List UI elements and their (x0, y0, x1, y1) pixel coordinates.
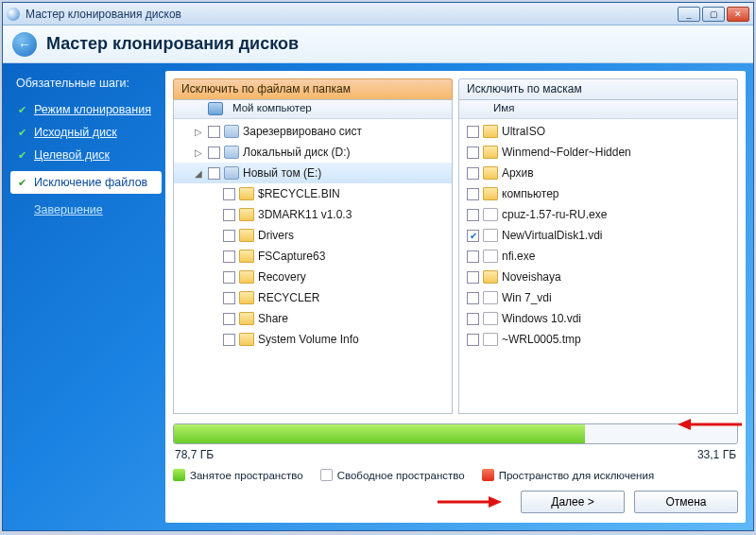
list-item[interactable]: nfi.exe (459, 246, 737, 267)
checkbox[interactable] (467, 126, 479, 138)
titlebar[interactable]: Мастер клонирования дисков _ ▢ ✕ (3, 3, 753, 26)
checkbox[interactable] (467, 147, 479, 159)
close-button[interactable]: ✕ (727, 7, 749, 22)
checkbox[interactable] (223, 271, 235, 284)
wizard-step-1[interactable]: ✔Исходный диск (16, 126, 156, 139)
main-panel: Исключить по файлам и папкам Мой компьют… (165, 71, 746, 523)
checkbox[interactable] (467, 292, 479, 304)
list-item[interactable]: Win 7_vdi (459, 287, 737, 308)
legend-excluded-swatch (482, 469, 494, 481)
disk-usage-bar (173, 423, 738, 444)
folder-icon (239, 250, 254, 263)
wizard-header: ← Мастер клонирования дисков (3, 26, 753, 63)
checkmark-icon: ✔ (16, 127, 28, 139)
list-item[interactable]: ✔NewVirtualDisk1.vdi (459, 225, 737, 246)
tree-item-label: Share (258, 312, 288, 325)
tree-panel[interactable]: Мой компьютер ▷Зарезервировано сист▷Лока… (173, 99, 453, 414)
list-item[interactable]: UltraISO (459, 121, 737, 142)
list-item[interactable]: ~WRL0005.tmp (459, 329, 737, 350)
tree-row[interactable]: Recovery (174, 267, 452, 287)
file-label: Noveishaya (502, 270, 561, 284)
wizard-step-0[interactable]: ✔Режим клонирования (16, 103, 156, 116)
checkbox[interactable] (223, 230, 235, 242)
checkbox[interactable] (208, 147, 220, 159)
tree-row[interactable]: 3DMARK11 v1.0.3 (174, 204, 452, 225)
tree-row[interactable]: ▷Локальный диск (D:) (174, 142, 452, 163)
checkbox[interactable] (467, 167, 479, 180)
list-item[interactable]: Архив (459, 163, 737, 183)
checkbox[interactable]: ✔ (467, 230, 479, 242)
wizard-step-3[interactable]: ✔Исключение файлов (10, 171, 162, 194)
checkbox[interactable] (223, 292, 235, 304)
checkbox[interactable] (223, 334, 235, 346)
checkbox[interactable] (467, 313, 479, 325)
file-label: nfi.exe (502, 250, 535, 263)
file-icon (483, 229, 498, 242)
minimize-button[interactable]: _ (678, 7, 700, 22)
file-label: Архив (502, 166, 534, 180)
file-label: NewVirtualDisk1.vdi (502, 229, 602, 242)
expander-icon[interactable]: ▷ (193, 147, 204, 158)
tree-row[interactable]: ▷Зарезервировано сист (174, 121, 452, 142)
tab-exclude-by-masks[interactable]: Исключить по маскам (458, 78, 738, 99)
list-item[interactable]: Winmend~Folder~Hidden (459, 142, 737, 163)
tree-item-label: Локальный диск (D:) (243, 146, 351, 159)
checkbox[interactable] (223, 313, 235, 325)
app-window: Мастер клонирования дисков _ ▢ ✕ ← Масте… (2, 2, 754, 531)
tree-row[interactable]: System Volume Info (174, 329, 452, 350)
next-button[interactable]: Далее > (521, 491, 625, 513)
list-item[interactable]: Noveishaya (459, 267, 737, 287)
checkmark-icon (16, 204, 28, 216)
file-list-panel[interactable]: Имя UltraISOWinmend~Folder~HiddenАрхивко… (458, 99, 738, 414)
steps-sidebar: Обязательные шаги: ✔Режим клонирования✔И… (3, 63, 165, 530)
folder-icon (239, 187, 254, 200)
used-size-label: 78,7 ГБ (175, 448, 214, 461)
tree-item-label: System Volume Info (258, 333, 359, 346)
list-item[interactable]: cpuz-1.57-ru-RU.exe (459, 204, 737, 225)
back-button[interactable]: ← (12, 32, 37, 57)
file-label: Winmend~Folder~Hidden (502, 146, 631, 159)
checkbox[interactable] (467, 188, 479, 200)
tree-row[interactable]: ◢Новый том (E:) (174, 163, 452, 183)
checkbox[interactable] (208, 126, 220, 138)
free-size-label: 33,1 ГБ (697, 448, 736, 461)
expander-icon[interactable]: ◢ (193, 168, 204, 179)
file-icon (483, 333, 498, 346)
page-title: Мастер клонирования дисков (46, 34, 299, 54)
checkmark-icon: ✔ (16, 177, 28, 189)
tree-row[interactable]: $RECYCLE.BIN (174, 183, 452, 204)
checkbox[interactable] (223, 188, 235, 200)
tree-row[interactable]: RECYCLER (174, 287, 452, 308)
maximize-button[interactable]: ▢ (702, 7, 725, 22)
legend-free-swatch (320, 469, 333, 481)
file-label: cpuz-1.57-ru-RU.exe (502, 208, 607, 221)
file-label: компьютер (502, 187, 559, 200)
list-item[interactable]: Windows 10.vdi (459, 308, 737, 329)
checkbox[interactable] (223, 250, 235, 263)
tree-row[interactable]: FSCapture63 (174, 246, 452, 267)
legend-used-swatch (173, 469, 185, 481)
wizard-step-4[interactable]: Завершение (16, 203, 156, 216)
checkbox[interactable] (467, 209, 479, 221)
checkbox[interactable] (467, 250, 479, 263)
expander-icon[interactable]: ▷ (193, 127, 204, 137)
folder-icon (239, 291, 254, 304)
tree-row[interactable]: Share (174, 308, 452, 329)
checkbox[interactable] (467, 334, 479, 346)
folder-icon (239, 229, 254, 242)
folder-icon (239, 270, 254, 284)
folder-icon (239, 312, 254, 325)
checkbox[interactable] (467, 271, 479, 284)
checkmark-icon: ✔ (16, 104, 28, 116)
tree-row[interactable]: Drivers (174, 225, 452, 246)
tab-exclude-by-files[interactable]: Исключить по файлам и папкам (173, 78, 453, 99)
file-icon (483, 312, 498, 325)
checkbox[interactable] (208, 167, 220, 180)
tree-item-label: 3DMARK11 v1.0.3 (258, 208, 352, 221)
checkbox[interactable] (223, 209, 235, 221)
list-item[interactable]: компьютер (459, 183, 737, 204)
cancel-button[interactable]: Отмена (634, 491, 738, 513)
tree-item-label: FSCapture63 (258, 250, 325, 263)
wizard-step-2[interactable]: ✔Целевой диск (16, 148, 156, 162)
folder-icon (483, 270, 498, 284)
